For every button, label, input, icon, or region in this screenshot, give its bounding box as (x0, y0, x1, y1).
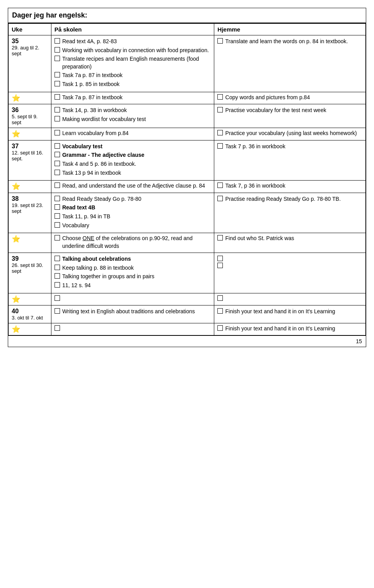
checkbox[interactable] (217, 295, 223, 301)
item-text: Task 7a p. 87 in textbook (62, 94, 123, 102)
cell: Finish your text and hand it in on It's … (214, 305, 366, 323)
item-text: Translate and learn the words on p. 84 i… (225, 38, 348, 46)
item-text: Translate recipes and learn English meas… (62, 55, 211, 70)
checkbox[interactable] (55, 325, 60, 331)
checkbox[interactable] (55, 213, 60, 219)
checkbox-item: Task 7a p. 87 in textbook (55, 72, 211, 79)
week-cell: 3819. sept til 23. sept (9, 193, 51, 233)
week-dates: 12. sept til 16. sept. (12, 150, 48, 161)
item-text: Task 7a p. 87 in textbook (62, 72, 123, 79)
checkbox[interactable] (217, 130, 223, 135)
week-dates: 5. sept til 9. sept (12, 114, 48, 125)
cell: Practice your vocabulary (using last wee… (214, 128, 366, 140)
checkbox-item: Choose ONE of the celebrations on p.90-9… (55, 235, 211, 250)
checkbox[interactable] (55, 273, 60, 279)
checkbox[interactable] (55, 282, 60, 288)
checkbox-item: Practice your vocabulary (using last wee… (217, 130, 362, 137)
cell: Finish your text and hand it in on It's … (214, 323, 366, 335)
checkbox[interactable] (55, 81, 60, 86)
checkbox-item: Read, and understand the use of the Adje… (55, 182, 211, 190)
checkbox[interactable] (55, 94, 60, 100)
checkbox-item: Copy words and pictures from p.84 (217, 94, 362, 102)
checkbox[interactable] (217, 94, 223, 100)
checkbox[interactable] (55, 222, 60, 228)
item-text: Talking together in groups and in pairs (62, 273, 155, 281)
page-title: Dager jeg har engelsk: (8, 8, 366, 23)
item-text: Task 11, p. 94 in TB (62, 213, 110, 221)
checkbox[interactable] (55, 47, 60, 53)
item-text: Writing text in English about traditions… (62, 308, 195, 316)
checkbox-item: Read Ready Steady Go p. 78-80 (55, 195, 211, 203)
checkbox-item (217, 262, 362, 268)
checkbox-item: Task 7 p. 36 in workbook (217, 143, 362, 151)
checkbox[interactable] (55, 295, 60, 301)
checkbox-item: Task 1 p. 85 in textbook (55, 81, 211, 88)
checkbox[interactable] (55, 204, 60, 210)
item-text: Read text 4A, p. 82-83 (62, 38, 117, 46)
checkbox[interactable] (55, 265, 60, 270)
checkbox[interactable] (55, 170, 60, 175)
checkbox[interactable] (55, 161, 60, 166)
week-cell: 3712. sept til 16. sept. (9, 140, 51, 180)
cell: Practise reading Ready Steady Go p. 78-8… (214, 193, 366, 233)
checkbox[interactable] (217, 325, 223, 331)
checkbox[interactable] (55, 152, 60, 157)
item-text: Read text 4B (62, 204, 95, 212)
checkbox[interactable] (55, 308, 60, 314)
cell: Practise vocabulary for the test next we… (214, 104, 366, 128)
star-icon: ⭐ (12, 94, 20, 102)
item-text: Talking about celebrations (62, 255, 131, 263)
item-text: Task 13 p 94 in textbook (62, 169, 121, 177)
checkbox[interactable] (55, 56, 60, 61)
week-number: 38 (12, 195, 48, 202)
star-row: ⭐Read, and understand the use of the Adj… (9, 181, 366, 193)
week-dates: 19. sept til 23. sept (12, 202, 48, 214)
checkbox-item: Practise vocabulary for the test next we… (217, 107, 362, 114)
item-text: Working with vocabulary in connection wi… (62, 47, 209, 54)
checkbox[interactable] (217, 308, 223, 314)
checkbox-item: Translate recipes and learn English meas… (55, 55, 211, 70)
checkbox[interactable] (217, 143, 223, 149)
star-row: ⭐ (9, 293, 366, 305)
checkbox[interactable] (217, 183, 223, 188)
checkbox[interactable] (55, 196, 60, 201)
checkbox[interactable] (55, 72, 60, 77)
cell: Task 14, p. 38 in workbookMaking wordlis… (51, 104, 214, 128)
checkbox[interactable] (55, 235, 60, 240)
item-text: Making wordlist for vocabulary test (62, 116, 146, 123)
checkbox[interactable] (217, 256, 223, 261)
week-cell: 3529. aug til 2. sept (9, 35, 51, 92)
week-dates: 26. sept til 30. sept (12, 262, 48, 274)
checkbox[interactable] (217, 196, 223, 201)
checkbox[interactable] (55, 130, 60, 135)
checkbox-item (55, 295, 211, 301)
item-text: Practise vocabulary for the test next we… (225, 107, 326, 114)
checkbox[interactable] (55, 38, 60, 44)
checkbox[interactable] (55, 183, 60, 188)
checkbox[interactable] (55, 143, 60, 149)
cell: Find out who St. Patrick was (214, 233, 366, 253)
week-number: 36 (12, 107, 48, 114)
cell: Translate and learn the words on p. 84 i… (214, 35, 366, 92)
checkbox-item: Task 11, p. 94 in TB (55, 213, 211, 221)
checkbox[interactable] (217, 107, 223, 112)
cell (51, 293, 214, 305)
cell: Writing text in English about traditions… (51, 305, 214, 323)
checkbox-item: Keep talking p. 88 in textbook (55, 264, 211, 272)
cell: Copy words and pictures from p.84 (214, 92, 366, 104)
checkbox[interactable] (55, 256, 60, 261)
week-dates: 3. okt til 7. okt (12, 315, 48, 321)
week-row: 403. okt til 7. oktWriting text in Engli… (9, 305, 366, 323)
checkbox[interactable] (55, 116, 60, 121)
checkbox-item (217, 295, 362, 301)
header-skolen: På skolen (51, 24, 214, 35)
checkbox[interactable] (217, 38, 223, 44)
checkbox[interactable] (55, 107, 60, 112)
checkbox-item: Task 13 p 94 in textbook (55, 169, 211, 177)
checkbox[interactable] (217, 235, 223, 240)
checkbox[interactable] (217, 263, 223, 268)
item-text: Copy words and pictures from p.84 (225, 94, 310, 102)
cell: Task 7, p 36 in workbook (214, 181, 366, 193)
checkbox-item: Talking about celebrations (55, 255, 211, 263)
item-text: Task 4 and 5 p. 86 in textbook. (62, 160, 136, 168)
